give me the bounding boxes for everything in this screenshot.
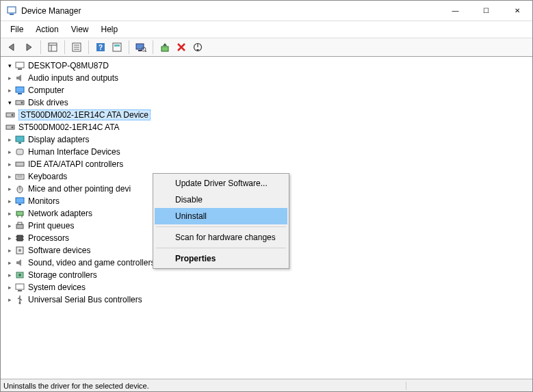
network-icon bbox=[14, 208, 25, 219]
help-button[interactable]: ? bbox=[93, 40, 108, 55]
svg-point-51 bbox=[18, 249, 21, 252]
expand-icon[interactable]: ▸ bbox=[5, 185, 14, 192]
software-icon bbox=[14, 245, 25, 256]
node-label: Print queues bbox=[28, 221, 74, 231]
monitor-icon bbox=[14, 196, 25, 207]
disable-button[interactable] bbox=[190, 40, 205, 55]
tree-node-disk[interactable]: ▾Disk drives bbox=[1, 96, 532, 109]
maximize-button[interactable]: ☐ bbox=[471, 1, 502, 21]
expand-icon[interactable]: ▸ bbox=[5, 87, 14, 94]
tree-node-root[interactable]: ▾DESKTOP-Q8MU87D bbox=[1, 60, 532, 72]
expand-icon[interactable]: ▸ bbox=[5, 259, 14, 266]
close-button[interactable]: ✕ bbox=[502, 1, 532, 21]
expand-icon[interactable]: ▸ bbox=[5, 296, 14, 303]
mouse-icon bbox=[14, 183, 25, 194]
svg-point-26 bbox=[12, 114, 14, 116]
node-label: Keyboards bbox=[28, 172, 67, 181]
tree-node-system[interactable]: ▸System devices bbox=[1, 281, 532, 293]
menu-disable[interactable]: Disable bbox=[155, 192, 287, 208]
node-label: Processors bbox=[28, 233, 69, 243]
menu-separator bbox=[156, 248, 286, 248]
tree-node-hid[interactable]: ▸Human Interface Devices bbox=[1, 146, 532, 158]
processor-icon bbox=[14, 233, 25, 244]
expand-icon[interactable]: ▸ bbox=[5, 210, 14, 217]
expand-icon[interactable]: ▸ bbox=[5, 173, 14, 180]
window-title: Device Manager bbox=[21, 6, 440, 16]
menu-properties[interactable]: Properties bbox=[155, 250, 287, 267]
svg-rect-14 bbox=[138, 50, 142, 51]
node-label: Display adapters bbox=[28, 135, 89, 144]
tree-node-storage[interactable]: ▸Storage controllers bbox=[1, 269, 532, 281]
expand-icon[interactable]: ▸ bbox=[5, 75, 14, 81]
speaker-icon bbox=[14, 257, 25, 268]
usb-icon bbox=[14, 294, 25, 305]
svg-rect-2 bbox=[49, 43, 57, 51]
forward-button[interactable] bbox=[21, 40, 36, 55]
svg-rect-39 bbox=[18, 204, 21, 205]
expand-icon[interactable]: ▸ bbox=[5, 235, 14, 241]
svg-rect-44 bbox=[18, 222, 22, 224]
expand-icon[interactable]: ▸ bbox=[5, 247, 14, 254]
svg-rect-43 bbox=[16, 224, 23, 228]
tree-node-disk-child-2[interactable]: ST500DM002-1ER14C ATA bbox=[1, 121, 532, 133]
collapse-icon[interactable]: ▾ bbox=[5, 62, 14, 69]
action-button[interactable] bbox=[109, 40, 125, 55]
toolbar: ? bbox=[1, 38, 532, 57]
node-label: Universal Serial Bus controllers bbox=[28, 295, 142, 304]
menu-update-driver[interactable]: Update Driver Software... bbox=[155, 175, 287, 192]
properties-button[interactable] bbox=[69, 40, 84, 55]
menu-separator bbox=[156, 226, 286, 227]
context-menu: Update Driver Software... Disable Uninst… bbox=[153, 173, 289, 269]
menu-scan[interactable]: Scan for hardware changes bbox=[155, 229, 287, 246]
svg-rect-21 bbox=[16, 87, 24, 92]
node-label: Software devices bbox=[28, 246, 90, 255]
tree-node-audio[interactable]: ▸Audio inputs and outputs bbox=[1, 72, 532, 84]
expand-icon[interactable]: ▸ bbox=[5, 222, 14, 229]
svg-text:?: ? bbox=[99, 44, 103, 51]
device-tree[interactable]: ▾DESKTOP-Q8MU87D ▸Audio inputs and outpu… bbox=[1, 57, 532, 379]
minimize-button[interactable]: — bbox=[440, 1, 471, 21]
node-label: DESKTOP-Q8MU87D bbox=[28, 61, 109, 70]
menu-uninstall[interactable]: Uninstall bbox=[155, 208, 287, 224]
node-label: IDE ATA/ATAPI controllers bbox=[28, 159, 123, 169]
storage-icon bbox=[14, 270, 25, 280]
expand-icon[interactable]: ▸ bbox=[5, 272, 14, 278]
node-label: Audio inputs and outputs bbox=[28, 73, 118, 83]
scan-button[interactable] bbox=[133, 40, 148, 55]
tree-node-display[interactable]: ▸Display adapters bbox=[1, 133, 532, 146]
menu-file[interactable]: File bbox=[5, 23, 29, 36]
expand-icon[interactable]: ▸ bbox=[5, 136, 14, 143]
svg-rect-30 bbox=[18, 142, 21, 144]
show-hide-tree-button[interactable] bbox=[45, 40, 60, 55]
menu-action[interactable]: Action bbox=[30, 23, 64, 36]
svg-rect-54 bbox=[16, 284, 24, 289]
computer-icon bbox=[14, 60, 25, 71]
menu-help[interactable]: Help bbox=[96, 23, 124, 36]
tree-node-disk-child-1[interactable]: ST500DM002-1ER14C ATA Device bbox=[1, 109, 532, 121]
menu-view[interactable]: View bbox=[66, 23, 94, 36]
status-bar: Uninstalls the driver for the selected d… bbox=[1, 379, 532, 391]
node-label: ST500DM002-1ER14C ATA Device bbox=[18, 109, 151, 120]
tree-node-ide[interactable]: ▸IDE ATA/ATAPI controllers bbox=[1, 158, 532, 170]
svg-rect-13 bbox=[136, 44, 144, 49]
expand-icon[interactable]: ▸ bbox=[5, 161, 14, 168]
expand-icon[interactable]: ▸ bbox=[5, 148, 14, 155]
ide-icon bbox=[14, 159, 25, 170]
svg-line-16 bbox=[145, 51, 146, 52]
update-driver-button[interactable] bbox=[157, 40, 172, 55]
svg-rect-32 bbox=[16, 162, 24, 166]
system-icon bbox=[14, 282, 25, 293]
expand-icon[interactable]: ▸ bbox=[5, 198, 14, 205]
node-label: Human Interface Devices bbox=[28, 147, 120, 157]
collapse-icon[interactable]: ▾ bbox=[5, 99, 14, 106]
svg-rect-40 bbox=[16, 211, 23, 215]
display-icon bbox=[14, 134, 25, 145]
tree-node-usb[interactable]: ▸Universal Serial Bus controllers bbox=[1, 293, 532, 306]
back-button[interactable] bbox=[5, 40, 20, 55]
svg-rect-11 bbox=[113, 43, 121, 51]
node-label: Sound, video and game controllers bbox=[28, 258, 155, 267]
uninstall-button[interactable] bbox=[174, 40, 189, 55]
tree-node-computer[interactable]: ▸Computer bbox=[1, 84, 532, 96]
disk-icon bbox=[14, 97, 25, 108]
expand-icon[interactable]: ▸ bbox=[5, 284, 14, 291]
